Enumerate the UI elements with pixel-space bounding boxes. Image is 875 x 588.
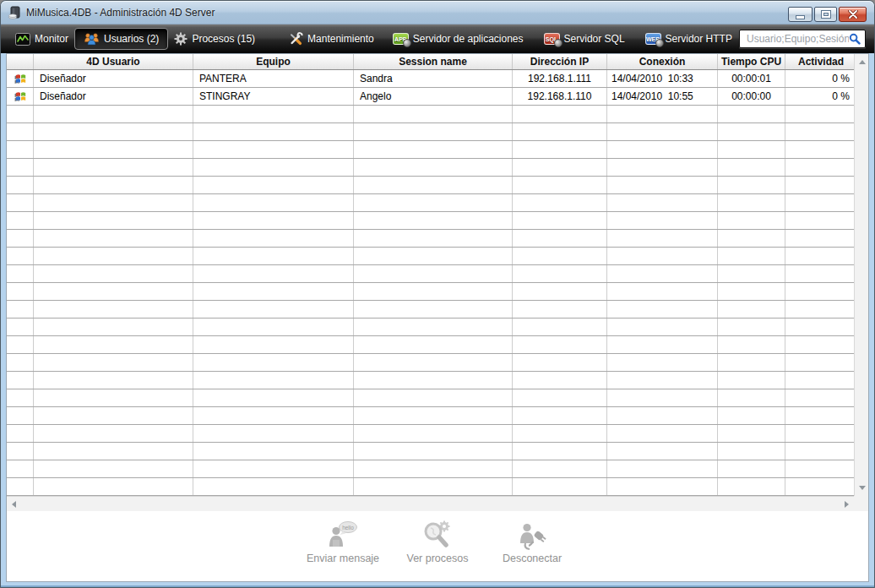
table-row[interactable] bbox=[7, 372, 854, 389]
minimize-button[interactable] bbox=[788, 7, 812, 22]
tools-icon bbox=[289, 32, 303, 46]
tab-servidor-aplicaciones[interactable]: APP Servidor de aplicaciones bbox=[387, 30, 530, 48]
cell-conexion bbox=[607, 478, 718, 495]
table-row[interactable] bbox=[7, 389, 854, 407]
table-row[interactable] bbox=[7, 123, 854, 141]
table-row[interactable] bbox=[7, 301, 854, 318]
search-input[interactable] bbox=[747, 33, 849, 45]
cell-ip bbox=[513, 177, 607, 193]
cell-cpu bbox=[718, 177, 785, 193]
app-server-icon: APP bbox=[393, 33, 409, 45]
cell-conexion bbox=[607, 301, 718, 318]
cell-cpu bbox=[718, 336, 785, 353]
tab-servidor-sql[interactable]: SQL Servidor SQL bbox=[538, 30, 631, 48]
disconnect-icon bbox=[514, 520, 550, 552]
column-header[interactable]: Session name bbox=[354, 54, 513, 69]
column-header[interactable]: Conexión bbox=[607, 54, 718, 69]
tab-monitor[interactable]: Monitor bbox=[9, 30, 74, 49]
cell-equipo bbox=[193, 159, 354, 176]
tab-usuarios[interactable]: Usuarios (2) bbox=[74, 28, 168, 50]
cell-conexion bbox=[607, 141, 718, 158]
scroll-left-button[interactable] bbox=[7, 497, 21, 511]
cell-ip bbox=[513, 159, 607, 176]
table-row[interactable] bbox=[7, 283, 854, 301]
cell-equipo bbox=[193, 443, 354, 460]
cell-cpu bbox=[718, 212, 785, 229]
vertical-scrollbar[interactable] bbox=[854, 54, 868, 496]
enviar-mensaje-button[interactable]: hello Enviar mensaje bbox=[299, 520, 387, 564]
cell-ip bbox=[513, 248, 607, 264]
cell-usuario bbox=[34, 283, 193, 300]
cell-usuario: Diseñador bbox=[34, 88, 193, 105]
table-row[interactable] bbox=[7, 407, 854, 425]
table-row[interactable] bbox=[7, 478, 854, 496]
table-row[interactable] bbox=[7, 460, 854, 478]
tab-label: Monitor bbox=[35, 33, 68, 45]
cell-usuario bbox=[34, 389, 193, 406]
title-bar[interactable]: MiMusica.4DB - Administración 4D Server bbox=[1, 1, 874, 24]
cell-cpu bbox=[718, 407, 785, 424]
table-row[interactable] bbox=[7, 212, 854, 230]
close-button[interactable] bbox=[839, 7, 867, 22]
cell-equipo bbox=[193, 194, 354, 211]
monitor-icon bbox=[15, 33, 30, 46]
column-header[interactable]: 4D Usuario bbox=[34, 54, 193, 69]
tab-label: Procesos (15) bbox=[192, 33, 255, 45]
cell-cpu bbox=[718, 443, 785, 460]
gear-icon bbox=[174, 32, 188, 46]
scroll-up-button[interactable] bbox=[855, 55, 868, 69]
table-row[interactable] bbox=[7, 265, 854, 283]
desconectar-button[interactable]: Desconectar bbox=[488, 520, 576, 564]
cell-usuario bbox=[34, 372, 193, 389]
table-row[interactable] bbox=[7, 443, 854, 460]
scroll-right-button[interactable] bbox=[840, 497, 854, 511]
cell-conexion bbox=[607, 318, 718, 335]
tab-procesos[interactable]: Procesos (15) bbox=[168, 29, 261, 49]
cell-equipo bbox=[193, 230, 354, 247]
table-row[interactable] bbox=[7, 336, 854, 354]
cell-equipo bbox=[193, 478, 354, 495]
cell-actividad bbox=[785, 283, 854, 300]
table-row[interactable] bbox=[7, 106, 854, 123]
cell-ip bbox=[513, 425, 607, 442]
table-row[interactable] bbox=[7, 194, 854, 212]
column-header[interactable]: Dirección IP bbox=[513, 54, 607, 69]
table-row[interactable] bbox=[7, 248, 854, 265]
tab-label: Servidor HTTP bbox=[666, 33, 732, 45]
ver-procesos-button[interactable]: Ver procesos bbox=[394, 520, 481, 564]
client-area: 4D UsuarioEquipoSession nameDirección IP… bbox=[6, 53, 869, 582]
table-row[interactable] bbox=[7, 318, 854, 336]
cell-cpu bbox=[718, 389, 785, 406]
row-icon-cell bbox=[7, 194, 34, 211]
column-header[interactable]: Tiempo CPU bbox=[718, 54, 785, 69]
table-row[interactable] bbox=[7, 230, 854, 248]
tab-servidor-http[interactable]: WEB Servidor HTTP bbox=[639, 30, 738, 48]
table-row[interactable] bbox=[7, 141, 854, 159]
search-icon[interactable] bbox=[849, 33, 861, 45]
tab-label: Usuarios (2) bbox=[104, 33, 159, 45]
table-row[interactable] bbox=[7, 159, 854, 177]
scroll-down-button[interactable] bbox=[855, 481, 868, 495]
cell-session bbox=[354, 301, 513, 318]
table-row[interactable]: DiseñadorSTINGRAYAngelo192.168.1.11014/0… bbox=[7, 88, 854, 106]
cell-session: Sandra bbox=[354, 70, 513, 87]
cell-usuario bbox=[34, 336, 193, 353]
row-icon-cell bbox=[7, 318, 34, 335]
cell-equipo bbox=[193, 265, 354, 282]
cell-equipo bbox=[193, 283, 354, 300]
cell-conexion bbox=[607, 265, 718, 282]
table-row[interactable] bbox=[7, 425, 854, 443]
cell-conexion bbox=[607, 389, 718, 406]
tab-mantenimiento[interactable]: Mantenimiento bbox=[283, 29, 380, 49]
column-header[interactable]: Equipo bbox=[193, 54, 354, 69]
users-table: 4D UsuarioEquipoSession nameDirección IP… bbox=[7, 54, 868, 511]
table-row[interactable]: DiseñadorPANTERASandra192.168.1.11114/04… bbox=[7, 70, 854, 88]
column-header[interactable]: Actividad bbox=[785, 54, 854, 69]
horizontal-scrollbar[interactable] bbox=[7, 496, 854, 511]
cell-usuario bbox=[34, 159, 193, 176]
table-row[interactable] bbox=[7, 354, 854, 372]
table-row[interactable] bbox=[7, 177, 854, 194]
maximize-button[interactable] bbox=[814, 7, 837, 22]
column-header-icon[interactable] bbox=[7, 54, 34, 69]
cell-session bbox=[354, 230, 513, 247]
